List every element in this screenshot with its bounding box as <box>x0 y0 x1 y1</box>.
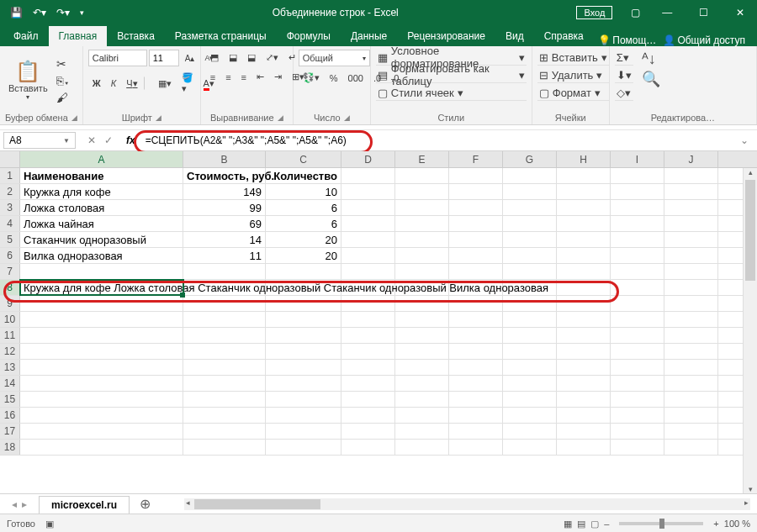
align-middle-icon[interactable]: ⬓ <box>225 50 241 66</box>
cell[interactable]: Стоимость, руб. <box>183 168 266 183</box>
cell[interactable]: Наименование <box>20 168 183 183</box>
row-header[interactable]: 11 <box>0 328 20 343</box>
row-header[interactable]: 18 <box>0 440 20 455</box>
select-all-corner[interactable] <box>0 151 20 167</box>
format-cells-button[interactable]: ▢Формат▾ <box>537 85 609 101</box>
worksheet-grid[interactable]: A B C D E F G H I J 1 Наименование Стоим… <box>0 151 757 494</box>
fill-color-icon[interactable]: 🪣▾ <box>177 70 198 97</box>
zoom-slider[interactable] <box>619 522 703 525</box>
col-header-c[interactable]: C <box>266 151 341 167</box>
cell[interactable]: 20 <box>266 232 341 247</box>
row-header[interactable]: 15 <box>0 392 20 407</box>
undo-icon[interactable]: ↶▾ <box>29 5 50 20</box>
tab-file[interactable]: Файл <box>3 26 49 46</box>
row-header[interactable]: 2 <box>0 184 20 199</box>
align-bottom-icon[interactable]: ⬓ <box>243 50 260 66</box>
cell[interactable]: Кружка для кофе <box>20 184 183 199</box>
save-icon[interactable]: 💾 <box>7 5 26 20</box>
col-header-f[interactable]: F <box>449 151 503 167</box>
cell[interactable]: Вилка одноразовая <box>20 248 183 263</box>
row-header[interactable]: 8 <box>0 280 20 295</box>
number-format-combo[interactable]: Общий▾ <box>299 50 370 66</box>
name-box[interactable]: A8▼ <box>3 132 76 149</box>
cell[interactable]: Стаканчик одноразовый <box>20 232 183 247</box>
dialog-launcher-icon[interactable]: ◢ <box>156 113 161 122</box>
new-sheet-button[interactable]: ⊕ <box>130 496 161 512</box>
scroll-up-icon[interactable]: ▴ <box>744 168 757 176</box>
fill-button[interactable]: ⬇▾ <box>615 67 633 83</box>
tab-pagelayout[interactable]: Разметка страницы <box>165 26 277 46</box>
row-header[interactable]: 5 <box>0 232 20 247</box>
share-button[interactable]: 👤 Общий доступ <box>663 34 745 46</box>
scrollbar-thumb[interactable] <box>194 499 320 509</box>
col-header-e[interactable]: E <box>395 151 449 167</box>
maximize-button[interactable]: ☐ <box>687 2 721 24</box>
row-header[interactable]: 9 <box>0 296 20 311</box>
cell[interactable]: 10 <box>266 184 341 199</box>
row-header[interactable]: 12 <box>0 344 20 359</box>
col-header-b[interactable]: B <box>183 151 266 167</box>
login-button[interactable]: Вход <box>576 6 612 19</box>
tab-insert[interactable]: Вставка <box>107 26 165 46</box>
ribbon-display-icon[interactable]: ▢ <box>624 7 647 18</box>
sheet-nav-prev-icon[interactable]: ◂ <box>12 498 17 510</box>
border-icon[interactable]: ▦▾ <box>154 76 176 92</box>
delete-cells-button[interactable]: ⊟Удалить▾ <box>537 67 609 83</box>
insert-cells-button[interactable]: ⊞Вставить▾ <box>537 50 609 66</box>
insert-function-icon[interactable]: fx <box>121 134 140 146</box>
vertical-scrollbar[interactable]: ▴ ▾ <box>743 168 757 493</box>
dialog-launcher-icon[interactable]: ◢ <box>344 113 350 122</box>
dialog-launcher-icon[interactable]: ◢ <box>278 113 283 122</box>
zoom-in-button[interactable]: + <box>713 519 718 529</box>
percent-icon[interactable]: % <box>326 71 342 86</box>
chevron-down-icon[interactable]: ▼ <box>63 137 70 145</box>
tab-view[interactable]: Вид <box>495 26 534 46</box>
page-layout-view-icon[interactable]: ▤ <box>577 519 585 529</box>
align-top-icon[interactable]: ⬒ <box>206 50 223 66</box>
col-header-a[interactable]: A <box>20 151 183 167</box>
cell[interactable]: 99 <box>183 200 266 215</box>
paste-button[interactable]: 📋 Вставить ▾ <box>5 58 51 103</box>
expand-formula-bar-icon[interactable]: ⌄ <box>732 134 757 146</box>
col-header-h[interactable]: H <box>557 151 611 167</box>
sheet-tab[interactable]: microexcel.ru <box>39 496 130 514</box>
orientation-icon[interactable]: ⤢▾ <box>262 50 283 66</box>
cell[interactable]: 149 <box>183 184 266 199</box>
page-break-view-icon[interactable]: ▢ <box>590 519 599 529</box>
clear-button[interactable]: ◇▾ <box>615 85 633 101</box>
indent-inc-icon[interactable]: ⇥ <box>270 69 286 85</box>
comma-icon[interactable]: 000 <box>344 71 368 86</box>
scroll-left-icon[interactable]: ◂ <box>186 498 190 507</box>
cell[interactable]: 69 <box>183 216 266 231</box>
cell-a8-selected[interactable]: Кружка для кофе Ложка столовая Стаканчик… <box>20 280 183 295</box>
cell[interactable]: Ложка чайная <box>20 216 183 231</box>
sheet-nav-next-icon[interactable]: ▸ <box>22 498 27 510</box>
normal-view-icon[interactable]: ▦ <box>564 519 572 529</box>
redo-icon[interactable]: ↷▾ <box>53 5 73 20</box>
cancel-formula-icon[interactable]: ✕ <box>87 134 96 146</box>
scroll-right-icon[interactable]: ▸ <box>744 498 749 507</box>
col-header-i[interactable]: I <box>611 151 664 167</box>
tab-data[interactable]: Данные <box>341 26 397 46</box>
autosum-button[interactable]: Σ▾ <box>615 50 633 66</box>
dialog-launcher-icon[interactable]: ◢ <box>71 113 77 122</box>
tab-home[interactable]: Главная <box>49 26 108 46</box>
macro-record-icon[interactable]: ▣ <box>45 519 54 529</box>
col-header-g[interactable]: G <box>503 151 557 167</box>
row-header[interactable]: 17 <box>0 424 20 439</box>
zoom-out-button[interactable]: – <box>604 519 609 529</box>
grow-font-icon[interactable]: A▴ <box>181 51 199 66</box>
cell[interactable]: 20 <box>266 248 341 263</box>
indent-dec-icon[interactable]: ⇤ <box>252 69 268 85</box>
row-header[interactable]: 10 <box>0 312 20 327</box>
align-center-icon[interactable]: ≡ <box>221 70 235 85</box>
fill-handle[interactable] <box>180 292 185 298</box>
row-header[interactable]: 3 <box>0 200 20 215</box>
formula-input[interactable]: =СЦЕПИТЬ(A2&" ";A3&" ";A5&" ";A5&" ";A6) <box>140 134 732 146</box>
cell[interactable]: Количество <box>266 168 341 183</box>
row-header[interactable]: 1 <box>0 168 20 183</box>
underline-button[interactable]: Ч▾ <box>122 76 141 92</box>
minimize-button[interactable]: — <box>650 2 684 24</box>
row-header[interactable]: 14 <box>0 376 20 391</box>
cell[interactable]: 6 <box>266 200 341 215</box>
